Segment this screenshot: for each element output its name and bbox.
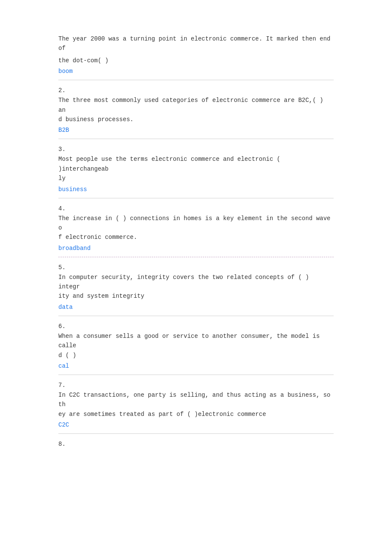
question-text-5: In computer security, integrity covers t…	[58, 273, 334, 301]
answer-3: business	[58, 186, 334, 193]
question-block-5: 5. In computer security, integrity cover…	[58, 264, 334, 311]
answer-4: broadband	[58, 245, 334, 252]
question-block-8: 8.	[58, 441, 334, 447]
answer-6: cal	[58, 363, 334, 369]
question-number-3: 3.	[58, 146, 334, 153]
divider-4	[58, 257, 334, 257]
divider-2	[58, 139, 334, 139]
question-number-8: 8.	[58, 441, 334, 447]
answer-7: C2C	[58, 421, 334, 428]
divider-6	[58, 375, 334, 375]
page-container: The year 2000 was a turning point in ele…	[0, 0, 392, 483]
question-text-6: When a consumer sells a good or service …	[58, 331, 334, 360]
divider-3	[58, 198, 334, 198]
question-block-7: 7. In C2C transactions, one party is sel…	[58, 382, 334, 428]
question-number-7: 7.	[58, 382, 334, 389]
answer-2: B2B	[58, 127, 334, 134]
question-block-3: 3. Most people use the terms electronic …	[58, 146, 334, 192]
question-block-1: The year 2000 was a turning point in ele…	[58, 34, 334, 75]
divider-7	[58, 433, 334, 434]
question-number-2: 2.	[58, 87, 334, 94]
divider-5	[58, 316, 334, 316]
question-text-2: The three most commonly used categories …	[58, 96, 334, 124]
question-text-1: The year 2000 was a turning point in ele…	[58, 34, 334, 53]
question-block-4: 4. The increase in ( ) connections in ho…	[58, 205, 334, 252]
question-block-6: 6. When a consumer sells a good or servi…	[58, 323, 334, 369]
answer-1: boom	[58, 68, 334, 75]
question-text-4: The increase in ( ) connections in homes…	[58, 214, 334, 242]
divider-1	[58, 80, 334, 80]
question-text-1b: the dot-com( )	[58, 56, 334, 65]
question-number-6: 6.	[58, 323, 334, 330]
answer-5: data	[58, 304, 334, 311]
question-text-7: In C2C transactions, one party is sellin…	[58, 390, 334, 419]
question-text-3: Most people use the terms electronic com…	[58, 154, 334, 183]
question-number-5: 5.	[58, 264, 334, 271]
question-block-2: 2. The three most commonly used categori…	[58, 87, 334, 134]
question-number-4: 4.	[58, 205, 334, 212]
